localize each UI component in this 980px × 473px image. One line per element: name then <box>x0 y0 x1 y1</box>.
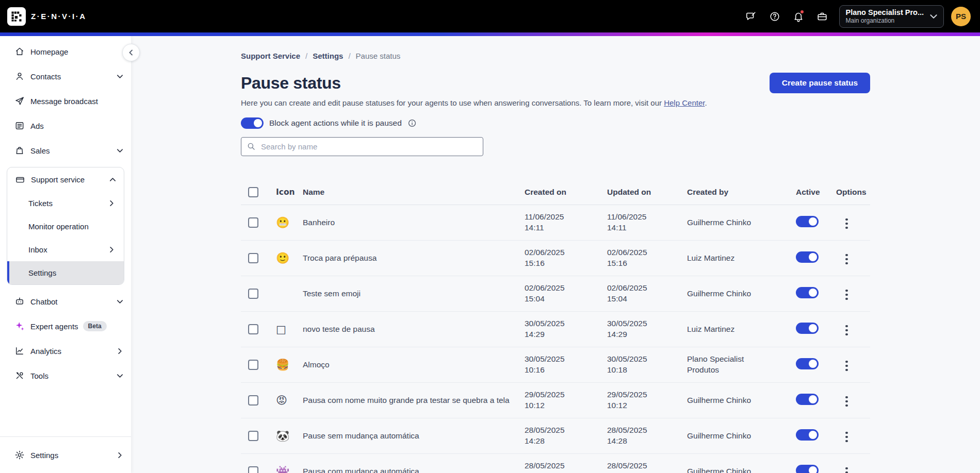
sidebar-item-label: Expert agents <box>30 322 78 331</box>
breadcrumb-support-service[interactable]: Support Service <box>241 52 300 60</box>
chevron-right-icon <box>108 246 116 254</box>
table-body: 😬 Banheiro 11/06/202514:11 11/06/202514:… <box>241 205 870 473</box>
row-options-button[interactable] <box>842 322 851 339</box>
block-agent-actions-toggle[interactable] <box>241 117 264 129</box>
sidebar-item-contacts[interactable]: Contacts <box>0 64 131 89</box>
row-options-button[interactable] <box>842 358 851 375</box>
row-updated-on: 30/05/202514:29 <box>607 318 687 340</box>
table-row: Teste sem emoji 02/06/202515:04 02/06/20… <box>241 276 870 312</box>
row-checkbox[interactable] <box>248 395 258 406</box>
row-created-by: Guilherme Chinko <box>687 431 796 442</box>
sidebar-item-sales[interactable]: Sales <box>0 138 131 163</box>
sidebar-item-label: Settings <box>30 451 58 460</box>
row-updated-on: 02/06/202515:04 <box>607 283 687 305</box>
row-options-button[interactable] <box>842 429 851 446</box>
row-active-toggle[interactable] <box>796 465 819 473</box>
row-name: Almoço <box>303 360 525 370</box>
row-checkbox[interactable] <box>248 217 258 228</box>
sidebar-item-message-broadcast[interactable]: Message broadcast <box>0 89 131 113</box>
row-created-by: Guilherme Chinko <box>687 395 796 406</box>
column-active: Active <box>796 188 836 197</box>
help-center-link[interactable]: Help Center <box>664 98 705 107</box>
analytics-icon <box>14 346 25 356</box>
row-options-button[interactable] <box>842 393 851 410</box>
main-content: Support Service / Settings / Pause statu… <box>131 36 980 473</box>
column-icon: Icon <box>274 188 303 197</box>
row-emoji: 🍔 <box>274 359 303 371</box>
help-icon[interactable] <box>763 5 787 28</box>
row-updated-on: 29/05/202510:12 <box>607 390 687 411</box>
row-updated-on: 02/06/202515:16 <box>607 247 687 269</box>
row-name: Banheiro <box>303 217 525 228</box>
zenvia-logo[interactable] <box>7 7 26 26</box>
sidebar-item-analytics[interactable]: Analytics <box>0 339 131 363</box>
chevron-right-icon <box>108 199 116 207</box>
row-checkbox[interactable] <box>248 466 258 473</box>
table-row: 🐼 Pause sem mudança automática 28/05/202… <box>241 418 870 454</box>
sidebar-item-label: Analytics <box>30 347 61 356</box>
avatar[interactable]: PS <box>951 7 971 26</box>
row-options-button[interactable] <box>842 251 851 268</box>
row-checkbox[interactable] <box>248 289 258 299</box>
sidebar-item-settings[interactable]: Settings <box>0 443 131 467</box>
sidebar-item-ads[interactable]: Ads <box>0 113 131 138</box>
row-emoji: 🙂 <box>274 252 303 264</box>
sidebar-item-label: Tickets <box>28 199 53 208</box>
sidebar-item-tickets[interactable]: Tickets <box>7 192 124 215</box>
home-icon <box>14 46 25 57</box>
workspace-icon[interactable] <box>810 5 834 28</box>
row-active-toggle[interactable] <box>796 429 819 441</box>
row-active-toggle[interactable] <box>796 394 819 405</box>
info-icon[interactable] <box>407 119 417 128</box>
row-checkbox[interactable] <box>248 253 258 263</box>
row-active-toggle[interactable] <box>796 216 819 227</box>
select-all-checkbox[interactable] <box>248 187 258 197</box>
notifications-icon[interactable] <box>787 5 810 28</box>
page-title: Pause status <box>241 74 341 93</box>
tools-icon <box>14 370 25 381</box>
sidebar-item-tools[interactable]: Tools <box>0 363 131 388</box>
row-checkbox[interactable] <box>248 431 258 441</box>
sidebar-item-label: Monitor operation <box>28 222 89 231</box>
row-active-toggle[interactable] <box>796 287 819 298</box>
sidebar-item-settings[interactable]: Settings <box>7 261 124 284</box>
search-input[interactable] <box>241 137 483 156</box>
sidebar-item-chatbot[interactable]: Chatbot <box>0 289 131 314</box>
sidebar-item-label: Sales <box>30 146 50 155</box>
gear-icon <box>14 450 25 460</box>
chevron-down-icon <box>116 298 124 306</box>
sidebar-item-inbox[interactable]: Inbox <box>7 238 124 261</box>
pause-status-table: Icon Name Created on Updated on Created … <box>241 183 870 473</box>
sidebar-item-expert-agents[interactable]: Expert agentsBeta <box>0 314 131 339</box>
row-active-toggle[interactable] <box>796 323 819 334</box>
chevron-down-icon <box>116 147 124 155</box>
row-name: Pausa com mudança automática <box>303 466 525 473</box>
sidebar-item-support-service[interactable]: Support service <box>7 167 124 192</box>
row-checkbox[interactable] <box>248 360 258 370</box>
breadcrumb-separator: / <box>348 52 350 60</box>
description-text: Here you can create and edit pause statu… <box>241 98 662 107</box>
chat-compose-icon[interactable] <box>739 5 763 28</box>
row-created-on: 28/05/202514:28 <box>525 425 607 447</box>
brand-text: Z·E·N·V·I·A <box>31 12 86 21</box>
sidebar-item-monitor-operation[interactable]: Monitor operation <box>7 215 124 238</box>
ads-icon <box>14 121 25 131</box>
sidebar-item-label: Chatbot <box>30 297 58 306</box>
sidebar-collapse-button[interactable] <box>122 44 140 61</box>
chevron-down-icon <box>116 73 124 80</box>
org-selector[interactable]: Plano Specialist Pro... Main organizatio… <box>839 5 944 28</box>
sidebar-item-label: Homepage <box>30 47 68 56</box>
column-created-on: Created on <box>525 188 607 197</box>
sidebar-item-homepage[interactable]: Homepage <box>0 39 131 64</box>
row-options-button[interactable] <box>842 286 851 303</box>
sidebar-item-label: Message broadcast <box>30 97 98 106</box>
row-updated-on: 28/05/202513:31 <box>607 461 687 473</box>
row-created-on: 28/05/202513:31 <box>525 461 607 473</box>
row-options-button[interactable] <box>842 215 851 232</box>
row-options-button[interactable] <box>842 464 851 473</box>
create-pause-status-button[interactable]: Create pause status <box>770 73 870 93</box>
breadcrumb-settings[interactable]: Settings <box>313 52 343 60</box>
row-active-toggle[interactable] <box>796 251 819 263</box>
row-active-toggle[interactable] <box>796 358 819 369</box>
row-checkbox[interactable] <box>248 324 258 334</box>
